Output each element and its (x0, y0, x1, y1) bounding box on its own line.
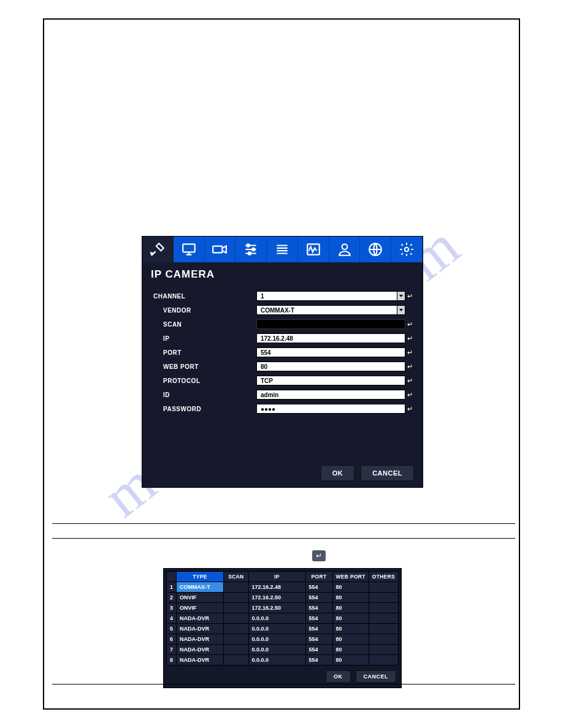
cell-webport: 80 (333, 603, 369, 613)
enter-icon[interactable]: ↵ (405, 292, 414, 300)
row-password: PASSWORD ●●●● ↵ (153, 402, 414, 415)
table-row[interactable]: 7NADA-DVR0.0.0.055480 (167, 645, 398, 654)
cell-port: 554 (306, 624, 332, 634)
th-ip[interactable]: IP (249, 572, 305, 582)
gear-icon[interactable] (391, 237, 423, 262)
table-row[interactable]: 6NADA-DVR0.0.0.055480 (167, 634, 398, 644)
cell-ip: 0.0.0.0 (249, 624, 305, 634)
th-scan[interactable]: SCAN (224, 572, 248, 582)
ok-button[interactable]: OK (321, 465, 355, 481)
cell-num: 6 (167, 634, 176, 644)
cell-webport: 80 (333, 593, 369, 602)
row-protocol: PROTOCOL TCP ↵ (153, 374, 414, 387)
field-scan[interactable] (256, 319, 405, 329)
table-row[interactable]: 8NADA-DVR0.0.0.055480 (167, 655, 398, 665)
ip-camera-panel: IP CAMERA CHANNEL 1 ↵ VENDOR COMMAX-T SC… (142, 236, 423, 488)
cancel-button[interactable]: CANCEL (361, 465, 414, 481)
cell-scan (224, 655, 248, 665)
row-webport: WEB PORT 80 ↵ (153, 360, 414, 373)
label-scan: SCAN (153, 321, 256, 328)
cell-others (369, 655, 398, 665)
cell-scan (224, 582, 248, 592)
enter-icon[interactable]: ↵ (405, 391, 414, 399)
cell-ip: 172.16.2.50 (249, 593, 305, 602)
cell-scan (224, 634, 248, 644)
field-id[interactable]: admin (256, 390, 405, 400)
enter-icon[interactable]: ↵ (405, 320, 414, 328)
cell-num: 5 (167, 624, 176, 634)
dropdown-icon[interactable] (397, 305, 405, 315)
field-channel[interactable]: 1 (256, 291, 397, 301)
cell-webport: 80 (333, 634, 369, 644)
cell-others (369, 634, 398, 644)
cell-others (369, 593, 398, 602)
cell-ip: 0.0.0.0 (249, 634, 305, 644)
cell-num: 8 (167, 655, 176, 665)
field-webport[interactable]: 80 (256, 362, 405, 371)
cell-type: ONVIF (177, 593, 223, 602)
enter-icon[interactable]: ↵ (405, 363, 414, 371)
label-id: ID (153, 392, 256, 398)
th-type[interactable]: TYPE (177, 572, 223, 582)
enter-icon[interactable]: ↵ (405, 377, 414, 385)
row-scan: SCAN ↵ (153, 317, 414, 331)
th-port[interactable]: PORT (306, 572, 332, 582)
cell-scan (224, 603, 248, 613)
table-row[interactable]: 4NADA-DVR0.0.0.055480 (167, 613, 398, 623)
cell-webport: 80 (333, 613, 369, 623)
th-others[interactable]: OTHERS (369, 572, 398, 582)
list-icon[interactable] (267, 237, 298, 262)
cell-others (369, 582, 398, 592)
tools-icon[interactable] (142, 237, 174, 262)
cell-port: 554 (306, 634, 332, 644)
cell-num: 7 (167, 645, 176, 654)
cell-type: COMMAX-T (177, 582, 223, 592)
sliders-icon[interactable] (236, 237, 267, 262)
table-row[interactable]: 2ONVIF172.16.2.5055480 (167, 593, 398, 602)
cell-type: NADA-DVR (177, 624, 223, 634)
table-row[interactable]: 3ONVIF172.16.2.5055480 (167, 603, 398, 613)
field-protocol[interactable]: TCP (256, 376, 405, 385)
ok-button[interactable]: OK (326, 670, 351, 683)
wave-icon[interactable] (298, 237, 329, 262)
cell-scan (224, 593, 248, 602)
dropdown-icon[interactable] (397, 291, 405, 301)
row-channel: CHANNEL 1 ↵ (153, 289, 414, 303)
cell-others (369, 624, 398, 634)
field-password[interactable]: ●●●● (256, 404, 405, 414)
cell-scan (224, 613, 248, 623)
field-ip[interactable]: 172.16.2.48 (256, 333, 405, 343)
label-webport: WEB PORT (153, 363, 256, 370)
label-vendor: VENDOR (153, 307, 256, 314)
camera-icon[interactable] (205, 237, 236, 262)
cell-ip: 172.16.2.48 (249, 582, 305, 592)
table-row[interactable]: 5NADA-DVR0.0.0.055480 (167, 624, 398, 634)
cell-ip: 0.0.0.0 (249, 613, 305, 623)
panel1-footer: OK CANCEL (321, 465, 414, 481)
divider (52, 523, 515, 524)
svg-point-3 (252, 248, 255, 251)
globe-icon[interactable] (360, 237, 391, 262)
user-icon[interactable] (329, 237, 361, 262)
cell-num: 1 (167, 582, 176, 592)
cell-webport: 80 (333, 645, 369, 654)
cell-num: 2 (167, 593, 176, 602)
field-vendor[interactable]: COMMAX-T (256, 305, 397, 315)
panel-title: IP CAMERA (142, 262, 423, 289)
enter-icon[interactable]: ↵ (405, 349, 414, 357)
cell-others (369, 603, 398, 613)
label-protocol: PROTOCOL (153, 377, 256, 384)
enter-icon[interactable]: ↵ (405, 405, 414, 413)
cell-type: NADA-DVR (177, 613, 223, 623)
row-port: PORT 554 ↵ (153, 346, 414, 359)
label-ip: IP (153, 335, 256, 342)
label-password: PASSWORD (153, 406, 256, 412)
field-port[interactable]: 554 (256, 347, 405, 357)
cancel-button[interactable]: CANCEL (356, 670, 397, 683)
enter-icon[interactable]: ↵ (405, 335, 414, 343)
toolbar (142, 237, 423, 262)
enter-key-icon: ↵ (312, 550, 326, 561)
th-webport[interactable]: WEB PORT (333, 572, 369, 582)
table-row[interactable]: 1COMMAX-T172.16.2.4855480 (167, 582, 398, 592)
monitor-icon[interactable] (174, 237, 205, 262)
